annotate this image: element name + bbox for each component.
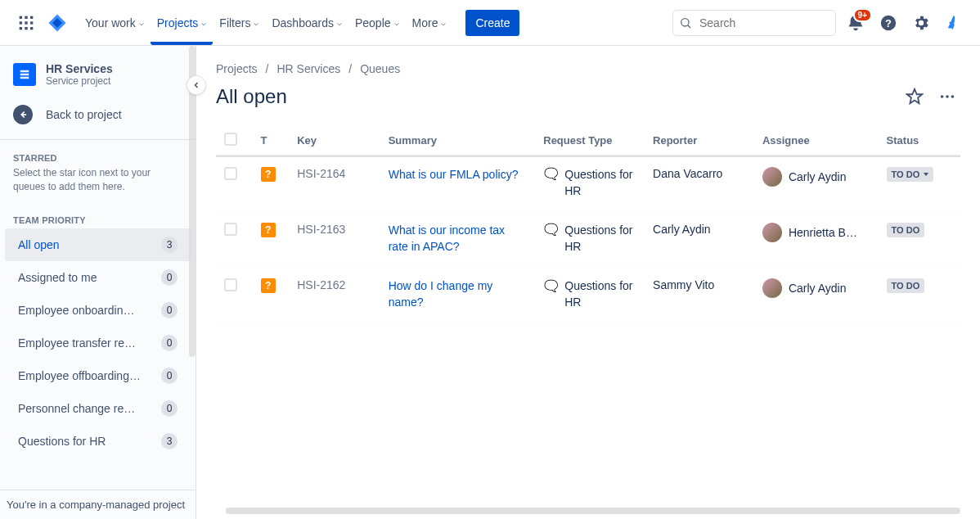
project-name: HR Services	[46, 62, 113, 75]
nav-item-filters[interactable]: Filters⌵	[213, 0, 265, 45]
request-type: 🗨️Questions for HR	[543, 278, 636, 310]
column-header-summary[interactable]: Summary	[380, 126, 536, 156]
starred-hint: Select the star icon next to your queues…	[0, 166, 196, 201]
chevron-down-icon: ⌵	[394, 18, 399, 27]
nav-item-more[interactable]: More⌵	[406, 0, 453, 45]
back-to-project-link[interactable]: Back to project	[0, 97, 196, 133]
breadcrumb-separator: /	[348, 62, 352, 75]
row-checkbox[interactable]	[224, 278, 237, 291]
team-priority-heading: Team priority	[0, 209, 196, 228]
avatar-icon	[762, 167, 782, 187]
help-icon[interactable]: ?	[875, 10, 901, 36]
svg-rect-5	[30, 21, 33, 24]
svg-point-12	[941, 95, 944, 98]
svg-rect-3	[20, 21, 22, 24]
request-type: 🗨️Questions for HR	[543, 167, 636, 199]
column-header-reporter[interactable]: Reporter	[645, 126, 754, 156]
column-header-request-type[interactable]: Request Type	[535, 126, 645, 156]
chevron-down-icon: ⌵	[201, 18, 206, 27]
queue-item[interactable]: Questions for HR3	[5, 425, 191, 458]
queue-label: Employee transfer req…	[18, 336, 141, 350]
svg-rect-4	[25, 21, 27, 24]
issue-type-icon: ?	[261, 167, 276, 182]
page-title: All open	[216, 85, 901, 108]
issue-key[interactable]: HSI-2163	[289, 211, 380, 267]
issue-summary-link[interactable]: How do I change my name?	[389, 279, 493, 309]
queue-item[interactable]: All open3	[5, 228, 191, 261]
queue-label: Employee offboarding…	[18, 369, 141, 382]
main-content: Projects / HR Services / Queues All open	[196, 46, 980, 519]
svg-rect-8	[30, 27, 33, 29]
svg-rect-1	[25, 16, 27, 18]
more-actions-button[interactable]	[934, 83, 960, 110]
nav-item-people[interactable]: People⌵	[348, 0, 406, 45]
request-type-icon: 🗨️	[543, 278, 558, 293]
row-checkbox[interactable]	[224, 167, 237, 180]
create-button[interactable]: Create	[465, 10, 519, 36]
status-lozenge[interactable]: TO DO	[887, 278, 925, 293]
column-header-type[interactable]: T	[253, 126, 290, 156]
sidebar: HR Services Service project Back to proj…	[0, 46, 196, 519]
queue-count-badge: 0	[161, 302, 178, 318]
issue-key[interactable]: HSI-2162	[289, 267, 380, 323]
queue-label: Questions for HR	[18, 435, 106, 448]
queue-item[interactable]: Employee offboarding…0	[5, 359, 191, 392]
svg-rect-2	[30, 16, 33, 18]
breadcrumb-link[interactable]: Projects	[216, 62, 258, 75]
status-lozenge[interactable]: TO DO	[887, 223, 925, 237]
search-icon	[679, 16, 692, 32]
search-input-wrapper	[672, 10, 836, 36]
queue-count-badge: 3	[161, 237, 178, 253]
settings-icon[interactable]	[908, 10, 934, 36]
avatar-icon	[762, 278, 782, 298]
svg-point-9	[681, 18, 689, 25]
breadcrumb-separator: /	[266, 62, 269, 75]
svg-rect-7	[25, 27, 27, 29]
nav-item-your-work[interactable]: Your work⌵	[79, 0, 151, 45]
breadcrumb-link[interactable]: Queues	[360, 62, 400, 75]
queue-label: Personnel change req…	[18, 402, 141, 415]
queue-count-badge: 3	[161, 433, 178, 449]
status-lozenge[interactable]: TO DO	[887, 167, 934, 182]
horizontal-scrollbar[interactable]	[226, 508, 960, 514]
column-header-status[interactable]: Status	[879, 126, 960, 156]
jira-logo-icon[interactable]	[46, 11, 69, 34]
breadcrumb-link[interactable]: HR Services	[276, 62, 340, 75]
nav-item-projects[interactable]: Projects⌵	[151, 0, 214, 45]
reporter-cell: Carly Aydin	[645, 211, 754, 267]
queue-item[interactable]: Personnel change req…0	[5, 392, 191, 425]
search-input[interactable]	[672, 10, 836, 36]
queue-count-badge: 0	[161, 335, 178, 351]
request-type: 🗨️Questions for HR	[543, 223, 636, 255]
row-checkbox[interactable]	[224, 223, 237, 236]
queue-label: Assigned to me	[18, 271, 97, 284]
app-switcher-icon[interactable]	[13, 10, 39, 36]
queue-item[interactable]: Employee onboarding…0	[5, 294, 191, 327]
issue-key[interactable]: HSI-2164	[289, 156, 380, 211]
queue-label: All open	[18, 238, 60, 251]
request-type-icon: 🗨️	[543, 223, 558, 237]
avatar-icon	[762, 223, 782, 242]
notifications-icon[interactable]: 9+	[843, 10, 869, 36]
queue-label: Employee onboarding…	[18, 304, 141, 317]
issue-summary-link[interactable]: What is our FMLA policy?	[389, 168, 519, 181]
starred-heading: Starred	[0, 147, 196, 166]
notification-badge: 9+	[853, 8, 872, 22]
svg-point-14	[951, 95, 955, 98]
column-header-key[interactable]: Key	[289, 126, 380, 156]
column-header-assignee[interactable]: Assignee	[754, 126, 879, 156]
queue-item[interactable]: Assigned to me0	[5, 261, 191, 294]
atlassian-icon[interactable]	[941, 10, 967, 36]
queue-count-badge: 0	[161, 400, 178, 417]
queue-item[interactable]: Employee transfer req…0	[5, 327, 191, 359]
collapse-sidebar-button[interactable]	[187, 75, 206, 95]
svg-text:?: ?	[885, 16, 892, 29]
reporter-cell: Dana Vacarro	[645, 156, 754, 211]
chevron-down-icon: ⌵	[441, 18, 446, 27]
back-label: Back to project	[46, 108, 122, 121]
issue-summary-link[interactable]: What is our income tax rate in APAC?	[389, 223, 505, 253]
table-row: ? HSI-2162 How do I change my name? 🗨️Qu…	[216, 267, 960, 323]
nav-item-dashboards[interactable]: Dashboards⌵	[265, 0, 348, 45]
star-button[interactable]	[901, 83, 928, 110]
select-all-checkbox[interactable]	[224, 133, 237, 146]
